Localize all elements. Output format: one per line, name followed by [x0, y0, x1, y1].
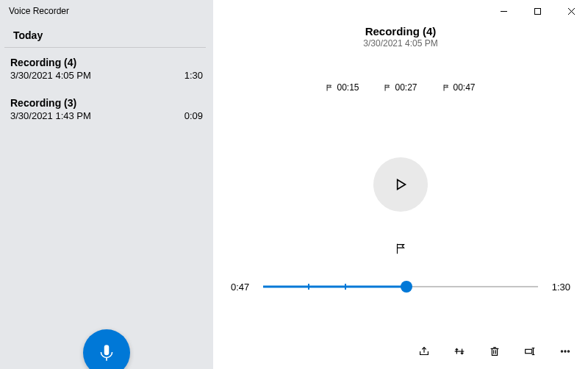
share-button[interactable] [412, 341, 437, 362]
main-pane: Recording (4) 3/30/2021 4:05 PM 00:15 00… [213, 0, 588, 369]
delete-icon [488, 345, 501, 358]
microphone-icon [97, 343, 116, 362]
trim-button[interactable] [447, 341, 472, 362]
playback-slider-row: 0:47 1:30 [213, 281, 588, 293]
rename-button[interactable] [517, 341, 542, 362]
playback-duration: 1:30 [545, 282, 570, 293]
playback-position: 0:47 [231, 282, 256, 293]
slider-thumb[interactable] [401, 281, 412, 293]
svg-rect-2 [534, 8, 540, 14]
flag-icon [326, 84, 334, 92]
marker-item[interactable]: 00:47 [442, 82, 476, 93]
recording-name: Recording (4) [10, 57, 203, 68]
recording-item[interactable]: Recording (4) 3/30/2021 4:05 PM 1:30 [0, 48, 213, 88]
marker-time: 00:15 [337, 82, 359, 93]
playback-slider[interactable] [263, 281, 538, 293]
maximize-button[interactable] [520, 0, 554, 22]
svg-point-24 [564, 351, 566, 352]
recording-name: Recording (3) [10, 97, 203, 109]
slider-tick [345, 284, 346, 290]
flag-icon [394, 242, 407, 255]
more-button[interactable] [553, 341, 578, 362]
svg-marker-8 [398, 180, 406, 190]
bottom-toolbar [213, 334, 588, 369]
recording-subtitle: 3/30/2021 4:05 PM [213, 38, 588, 49]
flag-icon [442, 84, 451, 92]
slider-fill [263, 286, 406, 288]
markers-row: 00:15 00:27 00:47 [213, 82, 588, 93]
sidebar: Voice Recorder Today Recording (4) 3/30/… [0, 0, 213, 369]
recording-header: Recording (4) 3/30/2021 4:05 PM [213, 25, 588, 49]
minimize-button[interactable] [487, 0, 520, 22]
marker-time: 00:47 [453, 82, 476, 93]
add-marker-button[interactable] [388, 238, 413, 259]
recording-datetime: 3/30/2021 1:43 PM [10, 110, 91, 121]
svg-rect-19 [526, 349, 532, 353]
minimize-icon [500, 7, 508, 15]
play-button[interactable] [373, 157, 428, 212]
section-heading-today: Today [4, 24, 206, 48]
more-icon [559, 345, 572, 358]
maximize-icon [534, 7, 542, 15]
close-icon [567, 7, 576, 15]
app-title: Voice Recorder [0, 0, 213, 24]
svg-rect-14 [492, 348, 497, 355]
trim-icon [453, 345, 466, 358]
share-icon [417, 345, 431, 358]
svg-point-25 [567, 351, 569, 352]
play-icon [391, 175, 410, 194]
close-button[interactable] [554, 0, 588, 22]
recording-datetime: 3/30/2021 4:05 PM [10, 70, 91, 81]
slider-tick [308, 284, 309, 290]
marker-item[interactable]: 00:15 [326, 82, 359, 93]
recording-duration: 1:30 [184, 70, 203, 81]
recording-item[interactable]: Recording (3) 3/30/2021 1:43 PM 0:09 [0, 88, 213, 129]
window-controls [213, 0, 588, 22]
marker-time: 00:27 [395, 82, 417, 93]
delete-button[interactable] [482, 341, 507, 362]
record-button[interactable] [83, 329, 130, 369]
flag-icon [384, 84, 392, 92]
svg-point-23 [561, 351, 562, 352]
marker-item[interactable]: 00:27 [384, 82, 417, 93]
recording-title: Recording (4) [213, 25, 588, 37]
rename-icon [523, 345, 537, 358]
recording-duration: 0:09 [184, 110, 203, 121]
